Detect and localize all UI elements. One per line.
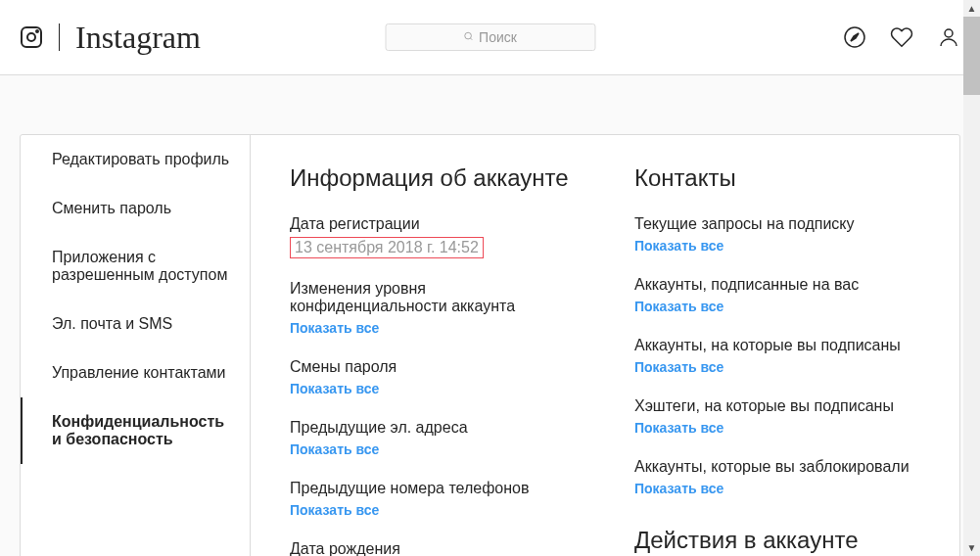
show-all-emails[interactable]: Показать все: [290, 441, 379, 457]
following-label: Аккаунты, на которые вы подписаны: [634, 337, 920, 354]
show-all-followers[interactable]: Показать все: [634, 299, 723, 314]
account-info-heading: Информация об аккаунте: [290, 164, 576, 192]
contacts-column: Контакты Текущие запросы на подписку Пок…: [634, 164, 920, 544]
logo-divider: [59, 23, 60, 51]
show-all-hashtags[interactable]: Показать все: [634, 420, 723, 436]
password-changes-block: Смены пароля Показать все: [290, 358, 576, 397]
show-all-password[interactable]: Показать все: [290, 381, 379, 396]
registration-date-block: Дата регистрации 13 сентября 2018 г. 14:…: [290, 215, 576, 258]
former-phones-label: Предыдущие номера телефонов: [290, 480, 576, 497]
registration-label: Дата регистрации: [290, 215, 576, 233]
settings-container: Редактировать профиль Сменить пароль При…: [20, 134, 960, 556]
settings-sidebar: Редактировать профиль Сменить пароль При…: [21, 135, 251, 556]
nav-icons: [843, 25, 960, 49]
birthdate-label: Дата рождения: [290, 540, 576, 556]
followers-label: Аккаунты, подписанные на вас: [634, 276, 920, 294]
scrollbar-up-arrow[interactable]: ▲: [963, 0, 980, 17]
search-input[interactable]: Поиск: [385, 23, 595, 51]
show-all-following[interactable]: Показать все: [634, 359, 723, 375]
sidebar-item-edit-profile[interactable]: Редактировать профиль: [21, 135, 250, 184]
sidebar-item-manage-contacts[interactable]: Управление контактами: [21, 348, 250, 397]
contacts-heading: Контакты: [634, 164, 920, 192]
activity-heading: Действия в аккаунте: [634, 527, 920, 554]
search-placeholder: Поиск: [479, 29, 517, 45]
show-all-requests[interactable]: Показать все: [634, 238, 723, 254]
follow-requests-label: Текущие запросы на подписку: [634, 215, 920, 233]
logo-area[interactable]: Instagram: [20, 20, 201, 56]
svg-line-4: [470, 38, 472, 40]
registration-value: 13 сентября 2018 г. 14:52: [290, 237, 484, 258]
main-content: Информация об аккаунте Дата регистрации …: [251, 135, 959, 556]
top-nav: Instagram Поиск: [0, 0, 980, 75]
svg-point-7: [945, 29, 953, 37]
scrollbar-down-arrow[interactable]: ▼: [963, 539, 980, 556]
following-block: Аккаунты, на которые вы подписаны Показа…: [634, 337, 920, 376]
birthdate-block: Дата рождения В вашем аккаунте нет инфор…: [290, 540, 576, 556]
search-icon: [463, 31, 473, 43]
sidebar-item-authorized-apps[interactable]: Приложения с разрешенным доступом: [21, 233, 250, 300]
svg-point-3: [464, 32, 471, 39]
explore-icon[interactable]: [843, 25, 866, 49]
privacy-changes-label: Изменения уровня конфиденциальности акка…: [290, 280, 576, 315]
svg-point-1: [27, 33, 35, 41]
blocked-label: Аккаунты, которые вы заблокировали: [634, 458, 920, 476]
hashtags-block: Хэштеги, на которые вы подписаны Показат…: [634, 397, 920, 437]
svg-point-2: [36, 30, 38, 32]
profile-icon[interactable]: [937, 25, 960, 49]
privacy-changes-block: Изменения уровня конфиденциальности акка…: [290, 280, 576, 337]
former-emails-label: Предыдущие эл. адреса: [290, 419, 576, 437]
hashtags-label: Хэштеги, на которые вы подписаны: [634, 397, 920, 415]
password-changes-label: Смены пароля: [290, 358, 576, 376]
blocked-block: Аккаунты, которые вы заблокировали Показ…: [634, 458, 920, 497]
show-all-privacy[interactable]: Показать все: [290, 320, 379, 336]
scrollbar[interactable]: ▲ ▼: [963, 0, 980, 556]
show-all-phones[interactable]: Показать все: [290, 502, 379, 518]
follow-requests-block: Текущие запросы на подписку Показать все: [634, 215, 920, 255]
former-emails-block: Предыдущие эл. адреса Показать все: [290, 419, 576, 458]
scrollbar-thumb[interactable]: [963, 17, 980, 95]
former-phones-block: Предыдущие номера телефонов Показать все: [290, 480, 576, 519]
sidebar-item-email-sms[interactable]: Эл. почта и SMS: [21, 300, 250, 348]
instagram-icon: [20, 25, 43, 49]
logo-text: Instagram: [75, 20, 201, 56]
sidebar-item-privacy-security[interactable]: Конфиденциальность и безопасность: [21, 397, 250, 464]
heart-icon[interactable]: [890, 25, 913, 49]
account-info-column: Информация об аккаунте Дата регистрации …: [290, 164, 576, 544]
show-all-blocked[interactable]: Показать все: [634, 481, 723, 496]
sidebar-item-change-password[interactable]: Сменить пароль: [21, 184, 250, 233]
followers-block: Аккаунты, подписанные на вас Показать вс…: [634, 276, 920, 315]
svg-marker-6: [851, 33, 859, 41]
